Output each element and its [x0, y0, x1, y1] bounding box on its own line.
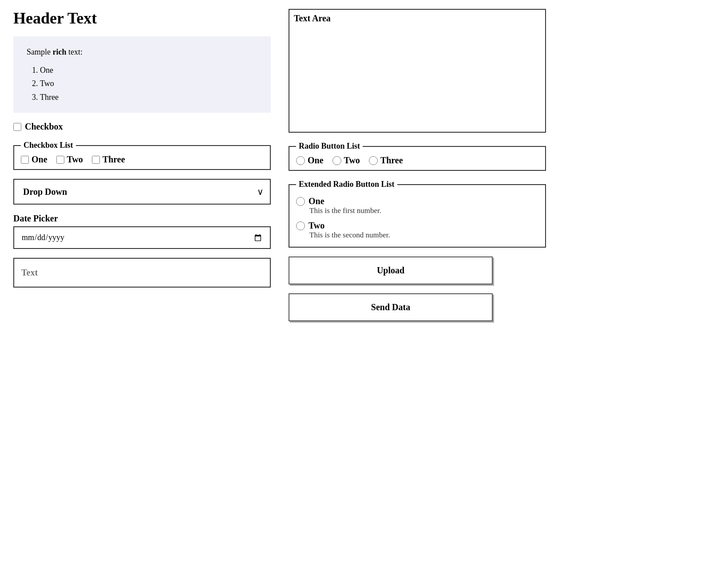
- list-item-2: Two: [40, 77, 257, 91]
- rich-text-bold: rich: [53, 47, 67, 56]
- checkbox-list-items: One Two Three: [21, 154, 263, 165]
- radio-two[interactable]: [332, 156, 341, 165]
- checkbox-list-item-one[interactable]: One: [21, 154, 47, 165]
- textarea-input[interactable]: [289, 25, 545, 132]
- radio-item-three[interactable]: Three: [369, 155, 403, 166]
- textarea-label: Text Area: [289, 10, 545, 25]
- list-item-1: One: [40, 63, 257, 77]
- checkbox-list-legend: Checkbox List: [21, 141, 76, 150]
- extended-radio-item-one: One This is the first number.: [296, 196, 538, 215]
- extended-radio-two-label: Two: [309, 221, 324, 231]
- textarea-wrapper: Text Area: [289, 9, 546, 133]
- text-input[interactable]: [13, 258, 271, 288]
- right-column: Text Area Radio Button List One Two Thre…: [289, 9, 546, 321]
- upload-button[interactable]: Upload: [289, 256, 493, 284]
- date-picker-label: Date Picker: [13, 213, 271, 224]
- radio-item-one[interactable]: One: [296, 155, 324, 166]
- rich-text-box: Sample rich text: One Two Three: [13, 36, 271, 113]
- extended-radio-two[interactable]: [296, 221, 305, 230]
- checkbox-one[interactable]: [21, 156, 29, 164]
- checkbox-single-wrapper: Checkbox: [13, 122, 271, 132]
- radio-item-two[interactable]: Two: [332, 155, 360, 166]
- radio-three[interactable]: [369, 156, 378, 165]
- left-column: Header Text Sample rich text: One Two Th…: [13, 9, 271, 321]
- checkbox-list-fieldset: Checkbox List One Two Three: [13, 141, 271, 170]
- checkbox-label: Checkbox: [25, 122, 63, 132]
- checkbox-list-item-three[interactable]: Three: [92, 154, 125, 165]
- extended-radio-items: One This is the first number. Two This i…: [296, 193, 538, 242]
- extended-radio-one-label: One: [309, 196, 324, 206]
- radio-button-list-legend: Radio Button List: [296, 142, 363, 151]
- send-data-button[interactable]: Send Data: [289, 293, 493, 321]
- rich-text-intro: Sample rich text:: [27, 45, 257, 59]
- date-picker-wrapper: Date Picker: [13, 213, 271, 249]
- extended-radio-item-two: Two This is the second number.: [296, 221, 538, 240]
- extended-radio-list-legend: Extended Radio Button List: [296, 180, 397, 189]
- checkbox-input[interactable]: [13, 123, 21, 131]
- checkbox-three[interactable]: [92, 156, 100, 164]
- radio-list-items: One Two Three: [296, 155, 538, 166]
- list-item-3: Three: [40, 91, 257, 104]
- page-header: Header Text: [13, 9, 271, 28]
- date-picker-input[interactable]: [13, 226, 271, 249]
- text-input-wrapper: [13, 258, 271, 288]
- checkbox-two[interactable]: [56, 156, 64, 164]
- dropdown-wrapper: Drop DownOneTwoThree ∨: [13, 179, 271, 205]
- dropdown-select[interactable]: Drop DownOneTwoThree: [13, 179, 271, 205]
- rich-text-list: One Two Three: [40, 63, 257, 104]
- extended-radio-list-fieldset: Extended Radio Button List One This is t…: [289, 180, 546, 248]
- extended-radio-two-desc: This is the second number.: [309, 231, 538, 240]
- radio-button-list-fieldset: Radio Button List One Two Three: [289, 142, 546, 171]
- checkbox-list-item-two[interactable]: Two: [56, 154, 83, 165]
- extended-radio-one[interactable]: [296, 197, 305, 206]
- extended-radio-one-desc: This is the first number.: [309, 206, 538, 215]
- radio-one[interactable]: [296, 156, 305, 165]
